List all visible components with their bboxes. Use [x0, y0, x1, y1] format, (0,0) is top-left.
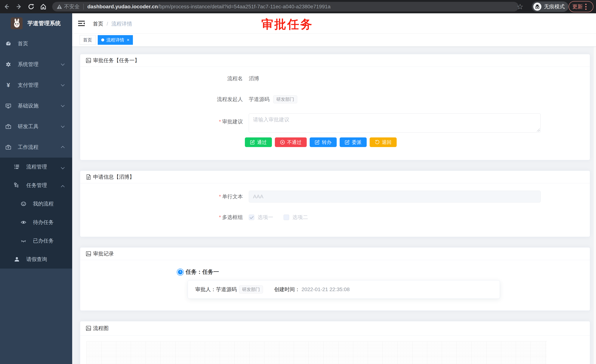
chevron-down-icon [61, 83, 65, 86]
tab-home[interactable]: 首页 [80, 35, 96, 45]
assignee-value: 芋道源码 [216, 286, 237, 293]
toolbox-icon [6, 124, 11, 129]
assignee-label: 审批人： [195, 286, 216, 293]
browser-home-icon[interactable] [39, 3, 47, 11]
sidebar-item-home[interactable]: 首页 [0, 33, 72, 54]
card-title: 申请信息【滔博】 [93, 174, 134, 181]
close-icon[interactable]: × [127, 37, 129, 43]
chevron-down-icon [61, 124, 65, 128]
chevron-down-icon [61, 62, 65, 66]
card-title: 流程图 [93, 325, 109, 332]
sidebar-item-process-mgmt[interactable]: 流程管理 [0, 158, 72, 176]
sidebar-item-payment[interactable]: ¥ 支付管理 [0, 75, 72, 95]
sidebar-item-todo-tasks[interactable]: 待办任务 [0, 213, 72, 232]
chevron-up-icon [61, 146, 65, 150]
sidebar-item-label: 任务管理 [26, 182, 47, 189]
url-divider [83, 4, 84, 10]
approval-card-header: 审批任务【任务一】 [80, 54, 590, 67]
chrome-menu-icon[interactable] [585, 4, 587, 10]
process-starter-value: 芋道源码 研发部门 [249, 95, 297, 103]
bpmn-grid-canvas[interactable] [86, 341, 547, 364]
yen-icon: ¥ [6, 82, 11, 88]
chevron-down-icon [61, 103, 65, 107]
chrome-update-button[interactable]: 更新 [569, 1, 593, 12]
browser-forward-icon[interactable] [15, 3, 23, 11]
tab-label: 首页 [83, 37, 92, 43]
checkbox-group: 选项一 选项二 [249, 214, 308, 221]
field-label: *审批建议 [80, 113, 243, 125]
browser-reload-icon[interactable] [27, 3, 35, 11]
process-diagram-card: 流程图 [80, 321, 590, 364]
refresh-left-icon [375, 140, 380, 145]
tab-process-detail[interactable]: 流程详情 × [98, 35, 133, 45]
clock-icon [177, 269, 184, 276]
browser-back-icon[interactable] [3, 3, 11, 11]
sidebar-item-workflow[interactable]: 工作流程 [0, 137, 72, 158]
circle-close-icon [280, 140, 285, 145]
dept-tag: 研发部门 [273, 95, 297, 103]
sidebar-item-system[interactable]: 系统管理 [0, 54, 72, 75]
sidebar-item-task-mgmt[interactable]: 任务管理 [0, 176, 72, 195]
checkbox-option-2: 选项二 [283, 214, 308, 221]
record-detail-card: 审批人： 芋道源码 研发部门 创建时间： 2022-01-21 22:35:08 [188, 280, 500, 299]
required-asterisk: * [219, 119, 221, 124]
not-secure-icon [57, 4, 62, 9]
sidebar-item-label: 我的流程 [33, 200, 54, 207]
not-secure-label: 不安全 [64, 3, 80, 10]
sidebar-item-infra[interactable]: 基础设施 [0, 95, 72, 116]
app-title: 芋道管理系统 [27, 20, 61, 27]
edit-icon [345, 140, 350, 145]
sidebar-collapse-icon[interactable] [77, 19, 86, 27]
checkbox-unchecked-icon [283, 215, 289, 220]
sidebar: 芋道管理系统 首页 系统管理 ¥ 支付管理 [0, 13, 72, 364]
document-icon [86, 174, 91, 180]
face-icon [21, 201, 26, 207]
single-line-text-input [249, 191, 541, 203]
return-button[interactable]: 退回 [370, 138, 397, 147]
required-asterisk: * [219, 194, 221, 199]
apply-info-card: 申请信息【滔博】 *单行文本 *多选框组 选项一 [80, 171, 590, 237]
tree-list-icon [14, 164, 20, 170]
active-tab-dot [101, 38, 104, 41]
app-logo[interactable]: 芋道管理系统 [0, 13, 72, 33]
reject-button[interactable]: 不通过 [275, 138, 307, 147]
sidebar-item-done-tasks[interactable]: 已办任务 [0, 232, 72, 250]
single-line-text-row: *单行文本 [80, 191, 590, 203]
update-label: 更新 [572, 3, 583, 10]
field-label: *多选框组 [80, 214, 243, 221]
sidebar-item-label: 基础设施 [18, 102, 38, 109]
record-card-header: 审批记录 [80, 248, 590, 260]
top-navbar: 首页 / 流程详情 审批任务 ? [72, 13, 596, 33]
edit-icon [315, 140, 320, 145]
briefcase-icon [6, 145, 11, 150]
scrollbar-track[interactable] [593, 13, 596, 364]
sidebar-item-label: 研发工具 [18, 123, 38, 130]
transfer-button[interactable]: 转办 [310, 138, 337, 147]
breadcrumb-current: 流程详情 [112, 20, 132, 27]
bookmark-star-icon[interactable]: ☆ [517, 3, 523, 11]
checkbox-option-1: 选项一 [249, 214, 273, 221]
picture-outline-icon [86, 326, 91, 331]
sidebar-item-devtools[interactable]: 研发工具 [0, 116, 72, 137]
browser-chrome: 不安全 dashboard.yudao.iocoder.cn/bpm/proce… [0, 0, 596, 13]
approve-button[interactable]: 通过 [245, 138, 272, 147]
breadcrumb-home[interactable]: 首页 [93, 20, 103, 27]
approval-suggestion-input[interactable] [249, 113, 541, 133]
breadcrumb: 首页 / 流程详情 [93, 20, 132, 27]
url-path: /bpm/process-instance/detail?id=54aa251f… [158, 4, 331, 10]
approval-record-card: 审批记录 任务：任务一 审批人： 芋道源码 研发部门 创建时间： 2022-01 [80, 247, 590, 311]
delegate-button[interactable]: 委派 [340, 138, 367, 147]
sidebar-item-my-process[interactable]: 我的流程 [0, 195, 72, 213]
picture-outline-icon [86, 58, 91, 63]
sidebar-item-label: 系统管理 [18, 61, 38, 68]
sidebar-item-leave-query[interactable]: 请假查询 [0, 250, 72, 269]
sidebar-item-label: 支付管理 [18, 81, 38, 89]
eye-open-icon [21, 219, 26, 225]
card-title: 审批记录 [93, 250, 114, 257]
address-bar[interactable]: 不安全 dashboard.yudao.iocoder.cn/bpm/proce… [52, 2, 519, 11]
diagram-card-header: 流程图 [80, 321, 590, 335]
sidebar-item-label: 请假查询 [26, 256, 47, 263]
created-label: 创建时间： [274, 286, 300, 293]
url-host: dashboard.yudao.iocoder.cn [87, 4, 158, 10]
process-name-row: 流程名 滔博 [80, 73, 590, 84]
